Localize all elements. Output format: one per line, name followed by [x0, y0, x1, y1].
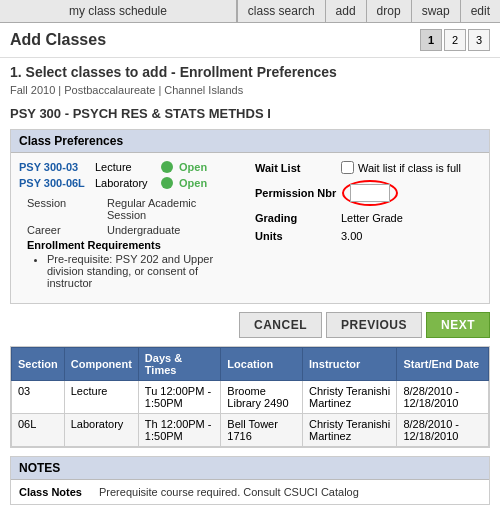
- col-section: Section: [12, 348, 65, 381]
- class-row-2: PSY 300-06L Laboratory Open: [19, 177, 245, 189]
- table-cell: Broome Library 2490: [221, 381, 303, 414]
- col-location: Location: [221, 348, 303, 381]
- col-days-times: Days & Times: [138, 348, 221, 381]
- waitlist-checkbox[interactable]: [341, 161, 354, 174]
- table-row: 03LectureTu 12:00PM - 1:50PMBroome Libra…: [12, 381, 489, 414]
- notes-section: NOTES Class Notes Prerequisite course re…: [10, 456, 490, 505]
- career-row: Career Undergraduate: [27, 224, 237, 236]
- table-cell: 8/28/2010 - 12/18/2010: [397, 381, 489, 414]
- status-dot-1: [161, 161, 173, 173]
- career-label: Career: [27, 224, 107, 236]
- notes-label: Class Notes: [19, 486, 99, 498]
- page-title: Add Classes: [10, 31, 106, 49]
- grading-value: Letter Grade: [341, 212, 403, 224]
- table-header-row: Section Component Days & Times Location …: [12, 348, 489, 381]
- class-table-wrapper: Section Component Days & Times Location …: [10, 346, 490, 448]
- my-schedule-link[interactable]: my class schedule: [0, 0, 236, 22]
- class-table: Section Component Days & Times Location …: [11, 347, 489, 447]
- table-cell: 8/28/2010 - 12/18/2010: [397, 414, 489, 447]
- units-label: Units: [255, 230, 335, 242]
- action-bar: CANCEL PREVIOUS NEXT: [0, 304, 500, 346]
- table-cell: Laboratory: [64, 414, 138, 447]
- section-heading: 1. Select classes to add - Enrollment Pr…: [0, 58, 500, 82]
- units-row: Units 3.00: [255, 230, 481, 242]
- step-indicator: 1 2 3: [420, 29, 490, 51]
- status-dot-2: [161, 177, 173, 189]
- enroll-req-list: Pre-requisite: PSY 202 and Upper divisio…: [47, 253, 237, 289]
- waitlist-label: Wait List: [255, 162, 335, 174]
- drop-btn[interactable]: drop: [366, 0, 411, 22]
- course-title: PSY 300 - PSYCH RES & STATS METHDS I: [0, 102, 500, 129]
- table-cell: 03: [12, 381, 65, 414]
- session-value: Regular Academic Session: [107, 197, 237, 221]
- units-value: 3.00: [341, 230, 362, 242]
- col-component: Component: [64, 348, 138, 381]
- table-cell: Christy Teranishi Martinez: [302, 414, 396, 447]
- info-rows: Session Regular Academic Session Career …: [19, 193, 245, 295]
- add-btn[interactable]: add: [325, 0, 366, 22]
- waitlist-row: Wait List Wait list if class is full: [255, 161, 481, 174]
- waitlist-checkbox-container[interactable]: Wait list if class is full: [341, 161, 461, 174]
- breadcrumb: Fall 2010 | Postbaccalaureate | Channel …: [0, 82, 500, 102]
- grading-row: Grading Letter Grade: [255, 212, 481, 224]
- my-schedule-anchor[interactable]: my class schedule: [69, 4, 167, 18]
- status-text-1: Open: [179, 161, 207, 173]
- grading-label: Grading: [255, 212, 335, 224]
- table-cell: Christy Teranishi Martinez: [302, 381, 396, 414]
- class-row-1: PSY 300-03 Lecture Open: [19, 161, 245, 173]
- notes-value: Prerequisite course required. Consult CS…: [99, 486, 359, 498]
- perm-nbr-label: Permission Nbr: [255, 187, 336, 199]
- step-3: 3: [468, 29, 490, 51]
- swap-btn[interactable]: swap: [411, 0, 460, 22]
- perm-nbr-row: Permission Nbr: [255, 180, 481, 206]
- nav-buttons: class search add drop swap edit: [236, 0, 500, 22]
- prefs-header: Class Preferences: [11, 130, 489, 153]
- top-nav: my class schedule class search add drop …: [0, 0, 500, 23]
- edit-btn[interactable]: edit: [460, 0, 500, 22]
- prefs-right: Wait List Wait list if class is full Per…: [255, 161, 481, 295]
- col-instructor: Instructor: [302, 348, 396, 381]
- step-2: 2: [444, 29, 466, 51]
- class-preferences-panel: Class Preferences PSY 300-03 Lecture Ope…: [10, 129, 490, 304]
- class-type-1: Lecture: [95, 161, 155, 173]
- notes-body: Class Notes Prerequisite course required…: [11, 480, 489, 504]
- col-start-end: Start/End Date: [397, 348, 489, 381]
- prefs-body: PSY 300-03 Lecture Open PSY 300-06L Labo…: [11, 153, 489, 303]
- enroll-req-title: Enrollment Requirements: [27, 239, 237, 251]
- waitlist-text: Wait list if class is full: [358, 162, 461, 174]
- perm-nbr-oval: [342, 180, 398, 206]
- table-cell: Bell Tower 1716: [221, 414, 303, 447]
- class-type-2: Laboratory: [95, 177, 155, 189]
- career-value: Undergraduate: [107, 224, 180, 236]
- cancel-button[interactable]: CANCEL: [239, 312, 322, 338]
- class-id-1: PSY 300-03: [19, 161, 89, 173]
- prefs-left: PSY 300-03 Lecture Open PSY 300-06L Labo…: [19, 161, 245, 295]
- enroll-req-item-1: Pre-requisite: PSY 202 and Upper divisio…: [47, 253, 237, 289]
- class-search-btn[interactable]: class search: [237, 0, 325, 22]
- status-text-2: Open: [179, 177, 207, 189]
- previous-button[interactable]: PREVIOUS: [326, 312, 422, 338]
- session-label: Session: [27, 197, 107, 221]
- page-header: Add Classes 1 2 3: [0, 23, 500, 58]
- session-row: Session Regular Academic Session: [27, 197, 237, 221]
- notes-header: NOTES: [11, 457, 489, 480]
- table-cell: Th 12:00PM - 1:50PM: [138, 414, 221, 447]
- table-cell: 06L: [12, 414, 65, 447]
- next-button[interactable]: NEXT: [426, 312, 490, 338]
- table-cell: Tu 12:00PM - 1:50PM: [138, 381, 221, 414]
- perm-nbr-input[interactable]: [350, 184, 390, 202]
- table-row: 06LLaboratoryTh 12:00PM - 1:50PMBell Tow…: [12, 414, 489, 447]
- table-cell: Lecture: [64, 381, 138, 414]
- step-1: 1: [420, 29, 442, 51]
- class-id-2: PSY 300-06L: [19, 177, 89, 189]
